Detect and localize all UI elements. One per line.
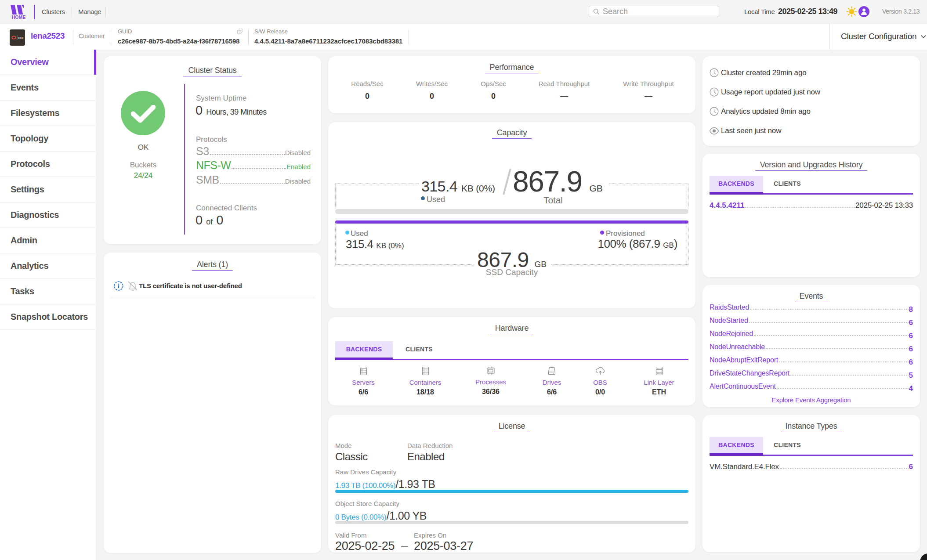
svg-text:OCI: OCI — [18, 36, 24, 40]
